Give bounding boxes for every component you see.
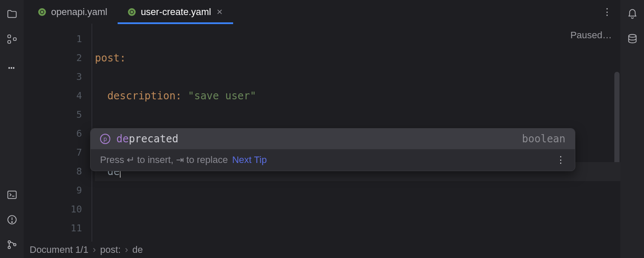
line-number: 2 bbox=[24, 49, 82, 68]
svg-rect-3 bbox=[8, 191, 16, 198]
line-number: 9 bbox=[24, 181, 82, 200]
line-number: 11 bbox=[24, 219, 82, 238]
property-icon: p bbox=[100, 134, 110, 144]
yaml-file-icon bbox=[38, 8, 46, 16]
right-tool-rail bbox=[620, 0, 644, 258]
svg-point-10 bbox=[130, 10, 134, 14]
line-number: 7 bbox=[24, 143, 82, 162]
close-tab-icon[interactable]: ✕ bbox=[216, 7, 223, 17]
line-number: 6 bbox=[24, 124, 82, 143]
line-number: 8 bbox=[24, 162, 82, 181]
line-number: 5 bbox=[24, 105, 82, 124]
problems-icon[interactable] bbox=[6, 214, 18, 225]
breadcrumb-key[interactable]: post: bbox=[100, 244, 121, 255]
svg-point-7 bbox=[8, 246, 10, 249]
breadcrumb-doc[interactable]: Document 1/1 bbox=[30, 244, 88, 255]
svg-rect-0 bbox=[8, 35, 11, 38]
database-icon[interactable] bbox=[627, 34, 638, 45]
tab-bar: openapi.yaml user-create.yaml ✕ ⋮ bbox=[24, 0, 620, 24]
completion-type: boolean bbox=[522, 133, 565, 145]
svg-rect-1 bbox=[8, 40, 11, 43]
line-number: 1 bbox=[24, 30, 82, 49]
tab-openapi[interactable]: openapi.yaml bbox=[28, 0, 118, 24]
completion-next-tip[interactable]: Next Tip bbox=[232, 154, 267, 166]
breadcrumb-key[interactable]: de bbox=[132, 244, 143, 255]
svg-point-6 bbox=[8, 241, 10, 243]
notifications-icon[interactable] bbox=[627, 9, 638, 20]
folder-icon[interactable] bbox=[6, 9, 18, 20]
svg-point-11 bbox=[629, 34, 636, 37]
more-icon[interactable]: … bbox=[8, 58, 16, 71]
svg-rect-2 bbox=[13, 38, 16, 41]
chevron-right-icon: › bbox=[93, 244, 96, 255]
terminal-icon[interactable] bbox=[6, 189, 18, 200]
breadcrumb-bar: Document 1/1 › post: › de bbox=[24, 242, 620, 258]
line-number: 4 bbox=[24, 86, 82, 105]
tab-label: user-create.yaml bbox=[141, 6, 211, 18]
line-number-gutter: 1 2 3 4 5 6 7 8 9 10 11 12 bbox=[24, 24, 92, 242]
line-number: 3 bbox=[24, 68, 82, 86]
completion-label: deprecated bbox=[116, 133, 179, 145]
svg-point-9 bbox=[40, 10, 44, 14]
chevron-right-icon: › bbox=[125, 244, 128, 255]
completion-menu-icon[interactable]: ⋮ bbox=[556, 154, 565, 166]
structure-icon[interactable] bbox=[6, 34, 18, 45]
editor-area: openapi.yaml user-create.yaml ✕ ⋮ Paused… bbox=[24, 0, 620, 258]
yaml-file-icon bbox=[128, 8, 136, 16]
code-editor[interactable]: Paused… 1 2 3 4 5 6 7 8 9 10 11 12 post:… bbox=[24, 24, 620, 242]
line-number: 12 bbox=[24, 238, 82, 242]
tab-user-create[interactable]: user-create.yaml ✕ bbox=[118, 0, 233, 24]
completion-hint: Press ↵ to insert, ⇥ to replace bbox=[100, 154, 228, 166]
svg-point-5 bbox=[11, 221, 12, 222]
completion-popup: p deprecated boolean Press ↵ to insert, … bbox=[90, 128, 575, 171]
tab-overflow-icon[interactable]: ⋮ bbox=[594, 0, 620, 24]
completion-item[interactable]: p deprecated boolean bbox=[91, 129, 575, 149]
line-number: 10 bbox=[24, 200, 82, 219]
tab-label: openapi.yaml bbox=[51, 6, 107, 18]
left-tool-rail: … bbox=[0, 0, 24, 258]
git-icon[interactable] bbox=[6, 239, 18, 250]
completion-footer: Press ↵ to insert, ⇥ to replace Next Tip… bbox=[91, 149, 575, 171]
